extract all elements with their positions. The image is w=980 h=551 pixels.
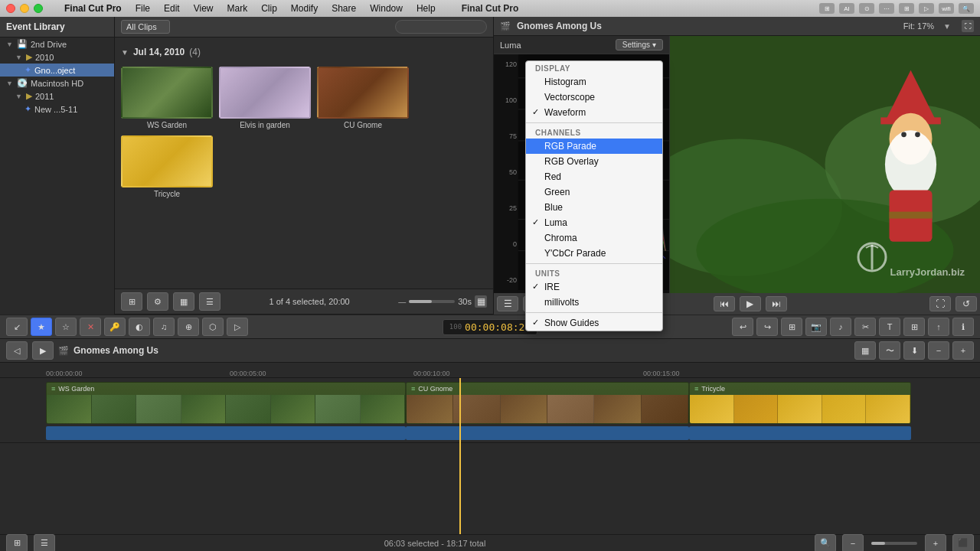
timeline-clip-ws-garden[interactable]: ≡ WS Garden xyxy=(46,382,406,424)
tool-audio2-btn[interactable]: ♪ xyxy=(830,318,851,336)
timeline-back-btn[interactable]: ◁ xyxy=(6,341,28,360)
status-tool-btn1[interactable]: ⊞ xyxy=(6,534,28,552)
dropdown-item-ycbcr[interactable]: Y'CbCr Parade xyxy=(526,246,662,261)
more-icon[interactable]: ⋯ xyxy=(879,3,894,14)
viewer-list-icon[interactable]: ☰ xyxy=(497,296,518,311)
focus-icon[interactable]: ⊙ xyxy=(859,3,874,14)
dropdown-item-rgb-overlay[interactable]: RGB Overlay xyxy=(526,154,662,169)
menu-window[interactable]: Window xyxy=(364,2,409,15)
minimize-button[interactable] xyxy=(20,4,29,13)
sidebar-item-2nd-drive[interactable]: ▼ 💾 2nd Drive xyxy=(0,37,114,51)
browser-view-toggle1[interactable]: ▦ xyxy=(173,292,194,311)
viewer-play-btn[interactable]: ▶ xyxy=(740,296,761,311)
playhead[interactable] xyxy=(459,378,461,534)
filter-btn[interactable]: ▦ xyxy=(475,295,487,308)
clip-item-cu-gnome[interactable]: CU Gnome xyxy=(317,67,409,129)
status-search-btn[interactable]: 🔍 xyxy=(815,534,836,552)
tool-unfavorite-btn[interactable]: ☆ xyxy=(55,318,77,336)
timeline-view-btn1[interactable]: ▦ xyxy=(854,341,876,360)
wifi-icon[interactable]: wifi xyxy=(939,3,954,14)
menu-help[interactable]: Help xyxy=(410,2,442,15)
timeline-collapse-btn[interactable]: ⬇ xyxy=(903,341,925,360)
sidebar-item-2010[interactable]: ▼ ▶ 2010 xyxy=(0,51,114,64)
menu-clip[interactable]: Clip xyxy=(255,2,283,15)
timeline-audio-wave-btn[interactable]: 〜 xyxy=(879,341,900,360)
status-tool-btn2[interactable]: ☰ xyxy=(34,534,55,552)
menu-modify[interactable]: Modify xyxy=(285,2,324,15)
tool-color-btn[interactable]: ◐ xyxy=(129,318,150,336)
dropdown-item-red[interactable]: Red xyxy=(526,169,662,184)
status-zoom-in-btn[interactable]: + xyxy=(925,534,946,552)
menu-mark[interactable]: Mark xyxy=(221,2,254,15)
timeline-zoom-out-btn[interactable]: − xyxy=(928,341,949,360)
dropdown-item-show-guides[interactable]: ✓Show Guides xyxy=(526,315,662,331)
tool-generator-btn[interactable]: ⊞ xyxy=(903,318,925,336)
search-input[interactable] xyxy=(395,20,487,34)
dropdown-item-histogram[interactable]: Histogram xyxy=(526,74,662,90)
sidebar-item-macintosh[interactable]: ▼ 💽 Macintosh HD xyxy=(0,77,114,90)
dropdown-item-luma[interactable]: ✓Luma xyxy=(526,215,662,230)
viewer-fullscreen-icon[interactable]: ⛶ xyxy=(929,296,951,311)
menu-fcp[interactable]: Final Cut Pro xyxy=(58,2,128,15)
tool-snapshot-btn[interactable]: 📷 xyxy=(805,318,827,336)
sidebar-item-new-event[interactable]: ✦ New ...5-11 xyxy=(0,103,114,116)
dropdown-item-millivolts[interactable]: millivolts xyxy=(526,295,662,310)
tool-audio-btn[interactable]: ♫ xyxy=(153,318,175,336)
dropdown-item-waveform[interactable]: ✓Waveform xyxy=(526,105,662,120)
status-panel-btn[interactable]: ⬛ xyxy=(952,534,974,552)
sidebar-item-gno-project[interactable]: ✦ Gno...oject xyxy=(0,64,114,77)
dropdown-item-rgb-parade[interactable]: RGB Parade xyxy=(526,139,662,154)
timeline-play-btn[interactable]: ▶ xyxy=(32,341,54,360)
tool-transform-btn[interactable]: ⊕ xyxy=(178,318,199,336)
viewer-refresh-icon[interactable]: ↺ xyxy=(956,296,977,311)
status-zoom-slider[interactable] xyxy=(871,542,917,545)
browser-settings-btn[interactable]: ⚙ xyxy=(147,292,168,311)
viewer-fullscreen-btn[interactable]: ⛶ xyxy=(962,20,974,32)
dropdown-item-blue[interactable]: Blue xyxy=(526,200,662,215)
tool-info-btn[interactable]: ℹ xyxy=(952,318,974,336)
close-button[interactable] xyxy=(6,4,15,13)
dropdown-item-green[interactable]: Green xyxy=(526,184,662,200)
tool-clip-btn[interactable]: ⬡ xyxy=(202,318,224,336)
ai-icon[interactable]: AI xyxy=(839,3,854,14)
menu-view[interactable]: View xyxy=(188,2,220,15)
menu-file[interactable]: File xyxy=(129,2,156,15)
dropdown-item-vectorscope[interactable]: Vectorscope xyxy=(526,90,662,105)
menu-edit[interactable]: Edit xyxy=(158,2,186,15)
sidebar-item-2011[interactable]: ▼ ▶ 2011 xyxy=(0,90,114,103)
airplay-icon[interactable]: ▷ xyxy=(919,3,934,14)
settings-button[interactable]: Settings ▾ xyxy=(616,39,663,51)
clip-selector[interactable]: All Clips xyxy=(121,20,170,34)
tool-import-btn[interactable]: ↙ xyxy=(6,318,28,336)
grid-icon[interactable]: ⊞ xyxy=(899,3,914,14)
clip-item-tricycle[interactable]: Tricycle xyxy=(121,135,213,198)
dropdown-item-ire[interactable]: ✓IRE xyxy=(526,279,662,295)
clip-item-elvis[interactable]: Elvis in garden xyxy=(219,67,311,129)
screen-record-icon[interactable]: ⊞ xyxy=(819,3,835,14)
clip-item-ws-garden[interactable]: WS Garden xyxy=(121,67,213,129)
fit-dropdown-icon[interactable]: ▼ xyxy=(943,22,951,31)
tool-redo-btn[interactable]: ↪ xyxy=(756,318,778,336)
browser-view-toggle2[interactable]: ☰ xyxy=(199,292,220,311)
tool-keywords-btn[interactable]: 🔑 xyxy=(104,318,126,336)
viewer-skip-back-btn[interactable]: ⏮ xyxy=(714,296,735,311)
timeline-clip-tricycle[interactable]: ≡ Tricycle xyxy=(689,382,911,424)
dropdown-item-chroma[interactable]: Chroma xyxy=(526,230,662,246)
maximize-button[interactable] xyxy=(34,4,43,13)
viewer-skip-fwd-btn[interactable]: ⏭ xyxy=(766,296,787,311)
tool-reject-btn[interactable]: ✕ xyxy=(80,318,101,336)
viewer-clip-icon[interactable]: 🎬 xyxy=(500,21,511,31)
tool-more-btn[interactable]: ▷ xyxy=(227,318,248,336)
menu-share[interactable]: Share xyxy=(325,2,362,15)
timeline-clip-cu-gnome[interactable]: ≡ CU Gnome xyxy=(406,382,689,424)
date-disclosure-icon[interactable]: ▼ xyxy=(121,48,129,57)
tool-clip2-btn[interactable]: ⊞ xyxy=(781,318,802,336)
tool-favorite-btn[interactable]: ★ xyxy=(31,318,52,336)
tool-undo-btn[interactable]: ↩ xyxy=(732,318,753,336)
browser-grid-btn[interactable]: ⊞ xyxy=(121,292,142,311)
status-zoom-out-btn[interactable]: − xyxy=(842,534,864,552)
tool-title-btn[interactable]: T xyxy=(879,318,900,336)
timeline-zoom-in-btn[interactable]: + xyxy=(952,341,974,360)
tool-bg-btn[interactable]: ↑ xyxy=(928,318,949,336)
search-icon[interactable]: 🔍 xyxy=(959,3,974,14)
